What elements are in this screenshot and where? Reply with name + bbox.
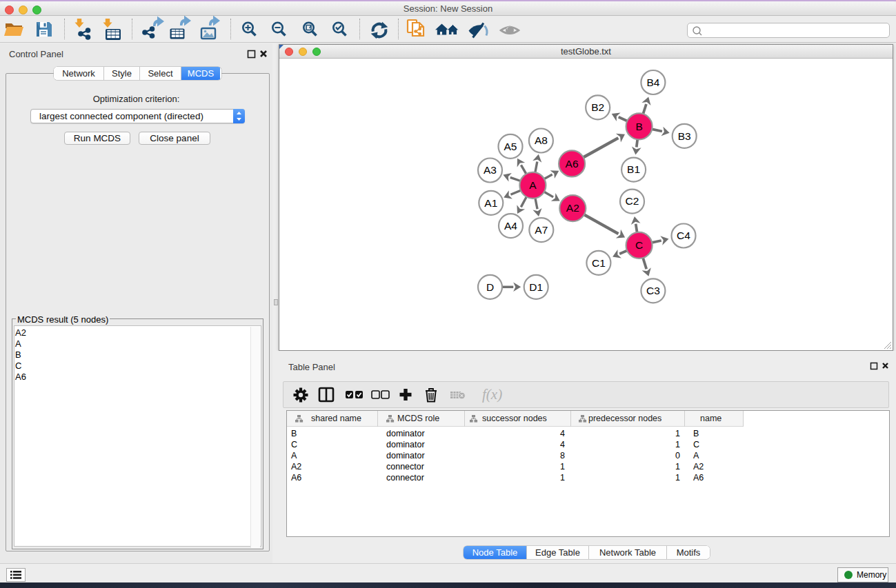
svg-text:A: A [529,179,537,191]
svg-text:D: D [486,281,494,293]
svg-text:B3: B3 [678,130,691,142]
svg-text:B1: B1 [627,163,640,175]
svg-text:A7: A7 [535,224,548,236]
svg-text:C4: C4 [677,230,690,241]
svg-text:A4: A4 [504,220,517,232]
svg-text:C2: C2 [626,195,639,207]
svg-text:A5: A5 [504,141,517,152]
svg-text:B2: B2 [591,101,604,113]
svg-text:A8: A8 [535,134,548,146]
svg-text:D1: D1 [529,281,543,293]
svg-text:B4: B4 [646,77,659,88]
svg-text:B: B [635,121,642,132]
svg-text:C1: C1 [592,257,606,269]
svg-text:A3: A3 [484,164,497,176]
svg-text:C3: C3 [646,285,660,296]
svg-text:f(x): f(x) [482,386,502,403]
svg-text:A1: A1 [484,197,497,209]
svg-text:C: C [635,239,643,251]
svg-text:A2: A2 [566,202,579,214]
svg-text:A6: A6 [566,158,579,170]
